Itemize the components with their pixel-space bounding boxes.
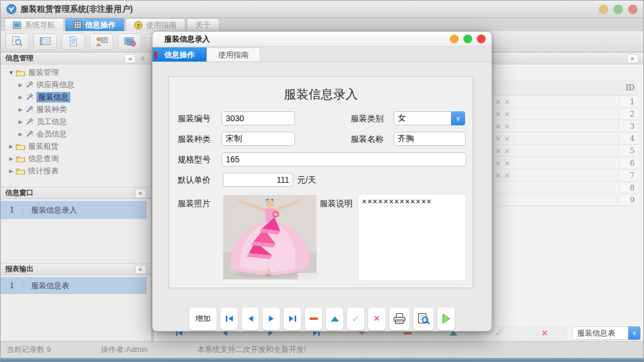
maximize-button[interactable] bbox=[614, 5, 623, 14]
print-button[interactable] bbox=[389, 307, 410, 330]
prev-record-button[interactable] bbox=[241, 307, 259, 330]
main-tab-bar: 系统导航 信息操作 ? 使用指南 关于 bbox=[1, 18, 643, 31]
expand-arrow-icon[interactable]: ▶ bbox=[8, 168, 15, 174]
operator-label: 操作者:Admin bbox=[101, 344, 147, 355]
name-label: 服装名称 bbox=[351, 132, 384, 146]
price-input[interactable] bbox=[223, 173, 293, 187]
expand-arrow-icon[interactable]: ▶ bbox=[17, 119, 24, 125]
tab-system-nav[interactable]: 系统导航 bbox=[4, 18, 64, 31]
collapse-up-icon[interactable]: « bbox=[627, 54, 639, 63]
tab-label: 系统导航 bbox=[25, 20, 55, 30]
collapse-arrow-icon[interactable]: ▼ bbox=[8, 70, 15, 76]
document-icon bbox=[69, 36, 78, 47]
expand-arrow-icon[interactable]: ▶ bbox=[8, 156, 15, 162]
main-titlebar: 服装租赁管理系统(非注册用户) bbox=[1, 1, 643, 18]
up-triangle-icon bbox=[331, 316, 339, 322]
minimize-button[interactable] bbox=[450, 35, 459, 43]
monitor-web-button[interactable] bbox=[118, 33, 141, 50]
collapse-left-icon[interactable]: « bbox=[124, 54, 136, 63]
tab-label: 信息操作 bbox=[164, 50, 195, 60]
sidebar: 信息管理 « ＋ ▼ 服装管理 ▶ bbox=[1, 52, 152, 341]
name-input[interactable] bbox=[394, 132, 466, 146]
spec-input[interactable] bbox=[222, 152, 466, 166]
close-button[interactable] bbox=[477, 35, 486, 43]
tab-user-guide[interactable]: ? 使用指南 bbox=[126, 18, 185, 31]
chevron-down-icon[interactable]: ∨ bbox=[451, 111, 465, 125]
preview-icon bbox=[417, 313, 430, 325]
tree-label: 服装种类 bbox=[36, 104, 67, 115]
status-message: 本系统支持二次开发和全新开发! bbox=[197, 344, 306, 355]
tree-item-member-info[interactable]: ▶ 会员信息 bbox=[1, 128, 151, 140]
plus-icon[interactable]: ＋ bbox=[138, 53, 147, 64]
spec-label: 规格型号 bbox=[178, 152, 211, 166]
staff-button[interactable] bbox=[90, 33, 113, 50]
expand-arrow-icon[interactable]: ▶ bbox=[17, 107, 24, 112]
expand-arrow-icon[interactable]: ▶ bbox=[17, 82, 24, 88]
item-label: 服装信息录入 bbox=[24, 205, 77, 216]
collapse-up-icon[interactable]: « bbox=[135, 265, 147, 274]
tree-item-info-query[interactable]: ▶ 信息查询 bbox=[1, 152, 151, 165]
photo-label: 服装照片 bbox=[178, 196, 211, 210]
tree-item-clothing-category[interactable]: ▶ 服装种类 bbox=[1, 103, 151, 115]
info-window-item[interactable]: 1 服装信息录入 bbox=[1, 201, 147, 219]
category-select[interactable]: 女 ∨ bbox=[394, 111, 465, 125]
last-record-button[interactable] bbox=[283, 307, 301, 330]
dialog-titlebar: 服装信息录入 bbox=[152, 32, 492, 47]
tab-label: 关于 bbox=[195, 20, 211, 30]
table-view-button[interactable] bbox=[33, 33, 57, 50]
item-index: 1 bbox=[1, 281, 24, 290]
close-button[interactable] bbox=[628, 5, 638, 14]
minus-icon bbox=[404, 332, 412, 334]
clothing-photo[interactable] bbox=[223, 195, 317, 279]
tab-about[interactable]: 关于 bbox=[187, 18, 219, 31]
tree-item-employee-info[interactable]: ▶ 员工信息 bbox=[1, 115, 151, 128]
category-value: 女 bbox=[394, 111, 451, 125]
cancel-button[interactable]: × bbox=[523, 326, 567, 340]
expand-arrow-icon[interactable]: ▶ bbox=[17, 94, 24, 100]
code-input[interactable] bbox=[222, 111, 295, 125]
wand-icon bbox=[25, 130, 33, 138]
cancel-button[interactable]: × bbox=[368, 307, 386, 330]
report-select[interactable]: 服装信息表 ∨ bbox=[572, 326, 640, 340]
print-preview-button[interactable] bbox=[413, 307, 434, 330]
dialog-tab-bar: 信息操作 使用指南 bbox=[152, 47, 492, 62]
folder-icon bbox=[16, 155, 25, 162]
tree-item-supplier-info[interactable]: ▶ 供应商信息 bbox=[1, 78, 151, 91]
prev-icon bbox=[247, 315, 254, 322]
dialog-window-controls bbox=[450, 35, 486, 43]
document-button[interactable] bbox=[62, 33, 85, 50]
description-textarea[interactable]: ××××××××××××× bbox=[358, 194, 466, 281]
check-icon: ✓ bbox=[351, 313, 360, 325]
report-output-item[interactable]: 1 服装信息表 bbox=[1, 277, 147, 294]
price-unit: 元/天 bbox=[297, 173, 316, 187]
expand-arrow-icon[interactable]: ▶ bbox=[17, 131, 24, 137]
delete-record-button[interactable] bbox=[304, 307, 323, 330]
chevron-down-icon[interactable]: ∨ bbox=[628, 326, 640, 340]
tree-item-statistics-report[interactable]: ▶ 统计报表 bbox=[1, 165, 151, 177]
tree-item-clothing-info[interactable]: ▶ 服装信息 bbox=[1, 91, 151, 103]
tree-label: 服装管理 bbox=[28, 67, 59, 78]
maximize-button[interactable] bbox=[463, 35, 472, 43]
report-select-value: 服装信息表 bbox=[572, 326, 628, 340]
edit-record-button[interactable] bbox=[326, 307, 344, 330]
tree-item-clothing-rental[interactable]: ▶ 服装租赁 bbox=[1, 140, 151, 152]
user-chart-icon bbox=[96, 36, 108, 47]
tree-item-clothing-management[interactable]: ▼ 服装管理 bbox=[1, 66, 151, 78]
confirm-button[interactable]: ✓ bbox=[347, 307, 365, 330]
kind-input[interactable] bbox=[222, 132, 295, 146]
description-label: 服装说明 bbox=[320, 196, 352, 210]
next-record-button[interactable] bbox=[262, 307, 280, 330]
expand-arrow-icon[interactable]: ▶ bbox=[8, 144, 15, 149]
collapse-up-icon[interactable]: « bbox=[135, 189, 147, 198]
svg-text:?: ? bbox=[137, 22, 140, 28]
minimize-button[interactable] bbox=[599, 5, 608, 14]
dialog-tab-user-guide[interactable]: 使用指南 bbox=[206, 47, 260, 62]
first-record-button[interactable] bbox=[220, 307, 238, 330]
add-button[interactable]: 增加 bbox=[189, 307, 217, 330]
tab-info-operation[interactable]: 信息操作 bbox=[65, 18, 124, 31]
tab-label: 信息操作 bbox=[85, 20, 116, 30]
run-button[interactable] bbox=[437, 307, 455, 330]
browse-button[interactable] bbox=[5, 33, 29, 50]
panel-title: 信息窗口 bbox=[5, 188, 33, 198]
dialog-tab-info-operation[interactable]: 信息操作 bbox=[152, 47, 206, 62]
